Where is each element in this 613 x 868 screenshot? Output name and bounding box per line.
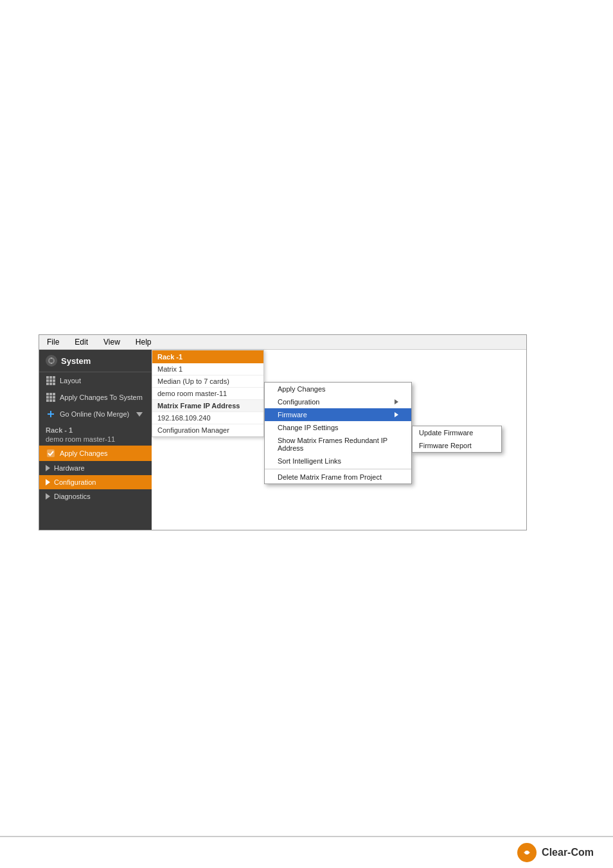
go-online-icon (46, 409, 56, 419)
brand-name: Clear-Com (542, 847, 594, 858)
diagnostics-label: Diagnostics (54, 493, 91, 500)
rack-info-ip-header: Matrix Frame IP Address (152, 400, 263, 412)
context-menu-firmware[interactable]: Firmware (265, 408, 411, 421)
sidebar-apply-changes-button[interactable]: Apply Changes (39, 446, 152, 461)
apply-changes-system-icon (46, 392, 56, 402)
sidebar-item-configuration[interactable]: Configuration (39, 475, 152, 489)
context-menu-show-redundant[interactable]: Show Matrix Frames Redundant IP Address (265, 434, 411, 455)
rack-info-header: Rack -1 (152, 350, 263, 363)
svg-rect-4 (47, 449, 55, 457)
svg-point-1 (49, 359, 53, 363)
context-menu-change-ip[interactable]: Change IP Settings (265, 421, 411, 434)
context-menu: Apply Changes Configuration Firmware Cha… (264, 382, 412, 484)
sidebar-header: System (39, 350, 152, 372)
context-menu-sort-links[interactable]: Sort Intelligent Links (265, 455, 411, 467)
rack-info-config-manager: Configuration Manager (152, 424, 263, 437)
brand-icon (517, 843, 537, 862)
layout-label: Layout (60, 377, 81, 384)
rack-info-ip: 192.168.109.240 (152, 412, 263, 424)
svg-point-6 (525, 851, 529, 854)
layout-icon (46, 375, 56, 386)
sidebar: System Layout (39, 350, 152, 530)
apply-changes-icon (46, 448, 56, 458)
sidebar-item-go-online[interactable]: Go Online (No Merge) (39, 406, 152, 422)
system-icon (46, 355, 57, 366)
go-online-expand-icon (136, 412, 143, 417)
context-menu-separator (265, 469, 411, 469)
submenu-firmware-report[interactable]: Firmware Report (413, 439, 501, 452)
app-window: File Edit View Help System (39, 334, 527, 530)
menu-edit[interactable]: Edit (72, 337, 91, 347)
apply-changes-label: Apply Changes (60, 449, 108, 457)
configuration-expand-icon (46, 479, 50, 485)
rack-info-demo: demo room master-11 (152, 388, 263, 400)
sidebar-item-hardware[interactable]: Hardware (39, 461, 152, 475)
apply-changes-system-label: Apply Changes To System (60, 393, 143, 401)
menu-file[interactable]: File (44, 337, 62, 347)
menu-bar: File Edit View Help (39, 335, 526, 350)
menu-help[interactable]: Help (133, 337, 154, 347)
diagnostics-expand-icon (46, 493, 50, 500)
rack-sublabel: demo room master-11 (39, 435, 152, 446)
footer: Clear-Com (0, 836, 613, 868)
rack-label: Rack - 1 (39, 422, 152, 435)
configuration-submenu-arrow (395, 399, 398, 404)
app-body: System Layout (39, 350, 526, 530)
hardware-label: Hardware (54, 464, 85, 472)
menu-view[interactable]: View (101, 337, 123, 347)
configuration-label: Configuration (54, 478, 96, 486)
rack-info-median: Median (Up to 7 cards) (152, 375, 263, 388)
brand-logo: Clear-Com (517, 843, 594, 862)
sidebar-item-diagnostics[interactable]: Diagnostics (39, 489, 152, 503)
context-menu-delete-frame[interactable]: Delete Matrix Frame from Project (265, 471, 411, 484)
right-panel: Rack -1 Matrix 1 Median (Up to 7 cards) … (152, 350, 526, 530)
firmware-submenu-arrow (395, 412, 398, 417)
rack-info-panel: Rack -1 Matrix 1 Median (Up to 7 cards) … (152, 350, 264, 437)
context-menu-apply-changes[interactable]: Apply Changes (265, 383, 411, 395)
rack-info-matrix: Matrix 1 (152, 363, 263, 375)
submenu-update-firmware[interactable]: Update Firmware (413, 426, 501, 439)
sidebar-system-label: System (61, 356, 91, 366)
firmware-submenu: Update Firmware Firmware Report (412, 426, 502, 453)
hardware-expand-icon (46, 465, 50, 471)
sidebar-item-layout[interactable]: Layout (39, 372, 152, 389)
sidebar-item-apply-changes-system[interactable]: Apply Changes To System (39, 389, 152, 406)
go-online-label: Go Online (No Merge) (60, 410, 129, 418)
context-menu-configuration[interactable]: Configuration (265, 395, 411, 408)
